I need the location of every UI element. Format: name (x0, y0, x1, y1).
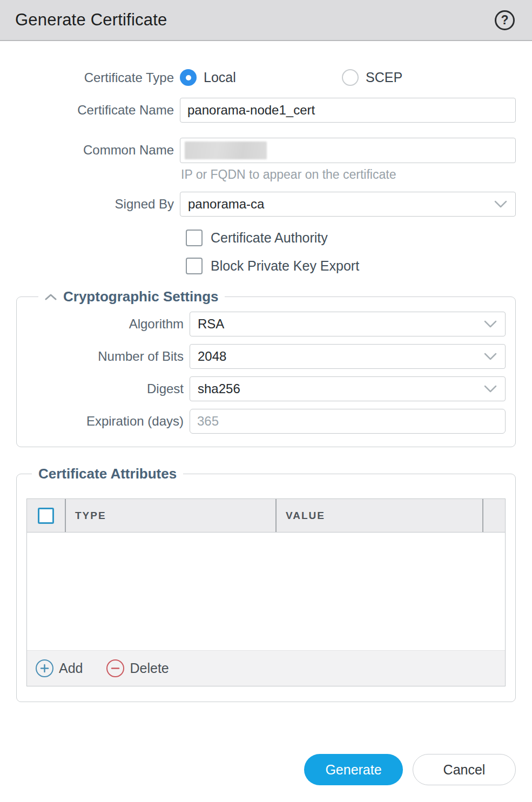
chevron-down-icon (483, 352, 497, 361)
radio-unselected-icon[interactable] (342, 69, 359, 86)
expiration-input[interactable] (190, 409, 506, 434)
cancel-button[interactable]: Cancel (413, 754, 516, 785)
cryptographic-settings-legend[interactable]: Cryptographic Settings (38, 288, 225, 305)
signed-by-value: panorama-ca (188, 197, 264, 212)
dialog-header: Generate Certificate ? (0, 0, 532, 41)
block-private-key-export-checkbox[interactable] (186, 258, 203, 274)
chevron-down-icon (494, 200, 508, 208)
generate-button[interactable]: Generate (304, 754, 403, 785)
digest-row: Digest sha256 (26, 376, 506, 401)
certificate-type-row: Certificate Type Local SCEP (0, 69, 532, 86)
signed-by-row: Signed By panorama-ca (0, 192, 532, 217)
algorithm-row: Algorithm RSA (26, 312, 506, 336)
radio-selected-icon[interactable] (180, 69, 197, 86)
algorithm-label: Algorithm (26, 316, 190, 332)
attributes-table-body[interactable] (27, 533, 505, 650)
number-of-bits-label: Number of Bits (26, 349, 190, 364)
common-name-label: Common Name (0, 138, 180, 158)
signed-by-label: Signed By (0, 197, 180, 212)
number-of-bits-row: Number of Bits 2048 (26, 344, 506, 369)
certificate-name-row: Certificate Name (0, 98, 532, 123)
delete-button-label: Delete (130, 661, 169, 676)
radio-local-label: Local (204, 70, 236, 85)
certificate-authority-checkbox-row[interactable]: Certificate Authority (186, 230, 532, 246)
attributes-table: TYPE VALUE Add Delete (26, 498, 506, 686)
block-private-key-export-label: Block Private Key Export (211, 258, 359, 274)
cryptographic-settings-title: Cryptographic Settings (63, 288, 218, 305)
plus-circle-icon (36, 659, 53, 677)
redacted-value-blur (185, 141, 267, 159)
dialog-title: Generate Certificate (15, 10, 167, 30)
number-of-bits-value: 2048 (198, 349, 226, 364)
digest-value: sha256 (198, 381, 240, 396)
radio-scep-label: SCEP (366, 70, 402, 85)
certificate-attributes-title: Certificate Attributes (38, 466, 177, 482)
chevron-down-icon (483, 320, 497, 328)
expiration-row: Expiration (days) (26, 409, 506, 434)
common-name-row: Common Name IP or FQDN to appear on the … (0, 138, 532, 182)
select-all-checkbox[interactable] (38, 508, 54, 524)
certificate-authority-checkbox[interactable] (186, 230, 203, 246)
attributes-table-header: TYPE VALUE (27, 499, 505, 533)
value-column-header[interactable]: VALUE (275, 499, 482, 532)
certificate-name-label: Certificate Name (0, 103, 180, 118)
minus-circle-icon (106, 659, 124, 677)
add-button-label: Add (59, 661, 83, 676)
help-icon[interactable]: ? (495, 10, 515, 30)
algorithm-value: RSA (198, 316, 224, 332)
type-column-header[interactable]: TYPE (65, 499, 275, 532)
attributes-table-footer: Add Delete (27, 650, 505, 686)
certificate-attributes-legend: Certificate Attributes (32, 466, 183, 482)
cryptographic-settings-section: Cryptographic Settings Algorithm RSA Num… (16, 288, 516, 447)
dialog-body: Certificate Type Local SCEP Certificate … (0, 41, 532, 785)
chevron-up-icon[interactable] (45, 293, 57, 301)
common-name-helper-text: IP or FQDN to appear on the certificate (180, 167, 516, 182)
radio-option-scep[interactable]: SCEP (342, 69, 402, 86)
certificate-type-radio-group: Local SCEP (180, 69, 516, 86)
delete-attribute-button[interactable]: Delete (106, 659, 169, 677)
expiration-label: Expiration (days) (26, 414, 190, 429)
certificate-type-label: Certificate Type (0, 70, 180, 85)
signed-by-select[interactable]: panorama-ca (180, 192, 516, 217)
certificate-authority-label: Certificate Authority (211, 230, 328, 246)
certificate-name-input[interactable] (180, 98, 516, 123)
certificate-attributes-section: Certificate Attributes TYPE VALUE Add (16, 466, 516, 702)
digest-select[interactable]: sha256 (190, 376, 506, 401)
dialog-footer: Generate Cancel (0, 754, 532, 785)
radio-option-local[interactable]: Local (180, 69, 342, 86)
algorithm-select[interactable]: RSA (190, 312, 506, 336)
spacer-column-header (482, 499, 505, 532)
number-of-bits-select[interactable]: 2048 (190, 344, 506, 369)
chevron-down-icon (483, 385, 497, 393)
add-attribute-button[interactable]: Add (36, 659, 83, 677)
digest-label: Digest (26, 381, 190, 396)
block-private-key-export-checkbox-row[interactable]: Block Private Key Export (186, 258, 532, 274)
